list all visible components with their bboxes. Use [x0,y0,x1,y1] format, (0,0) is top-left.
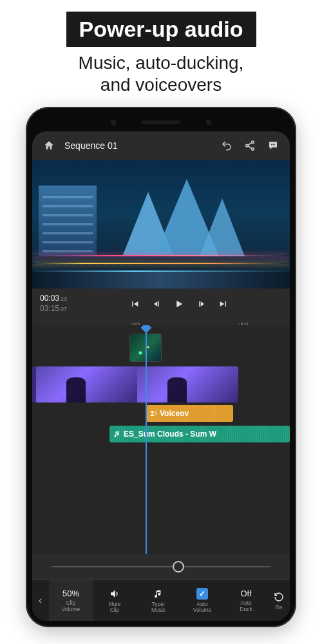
zoom-slider[interactable] [32,554,290,580]
share-icon[interactable] [242,138,258,153]
audio-type-tool[interactable]: Type:Music [137,580,180,621]
playback-bar: 00:0323 03:1507 [32,289,290,319]
playhead[interactable] [146,325,147,554]
zoom-handle[interactable] [173,561,184,573]
promo-title: Power-up audio [66,12,256,47]
check-icon: ✓ [196,588,208,600]
svg-point-6 [151,411,154,413]
video-clip[interactable] [32,366,238,402]
music-note-icon [113,430,121,438]
reset-icon [274,591,284,603]
music-icon [153,588,164,600]
sequence-title: Sequence 01 [64,140,211,151]
promo-subtitle: Music, auto-ducking, and voiceovers [0,52,322,95]
auto-volume-tool[interactable]: ✓ AutoVolume [180,580,224,621]
home-icon[interactable] [41,138,57,153]
phone-frame: Sequence 01 00:032 [26,107,296,627]
video-preview[interactable] [32,160,290,289]
audio-toolbar: 50% ClipVolume MuteClip Type:Music ✓ Aut… [32,580,290,621]
svg-point-5 [274,144,276,146]
reset-tool[interactable]: Re [268,580,290,621]
timecode: 00:0323 03:1507 [40,294,67,314]
music-clip[interactable]: ES_Sum Clouds - Sum W [109,426,290,442]
clip-volume-tool[interactable]: 50% ClipVolume [49,580,93,621]
app-screen: Sequence 01 00:032 [32,131,290,621]
undo-icon[interactable] [219,138,234,153]
timeline-ruler[interactable]: :00 :10 [32,319,290,325]
mute-clip-tool[interactable]: MuteClip [93,580,137,621]
frame-back-icon[interactable] [151,298,162,310]
voiceover-clip[interactable]: Voiceov [146,405,233,422]
svg-point-4 [272,144,274,146]
auto-duck-tool[interactable]: Off AutoDuck [224,580,268,621]
play-icon[interactable] [173,298,185,310]
timeline[interactable]: Voiceov ES_Sum Clouds - Sum W [32,325,290,554]
skip-start-icon[interactable] [129,298,140,310]
top-bar: Sequence 01 [32,131,290,160]
comment-icon[interactable] [265,138,281,153]
volume-icon [109,588,120,600]
voiceover-icon [149,410,157,417]
toolbar-back-icon[interactable] [32,596,49,605]
skip-end-icon[interactable] [218,298,229,310]
frame-forward-icon[interactable] [196,298,207,310]
svg-point-3 [271,144,272,146]
